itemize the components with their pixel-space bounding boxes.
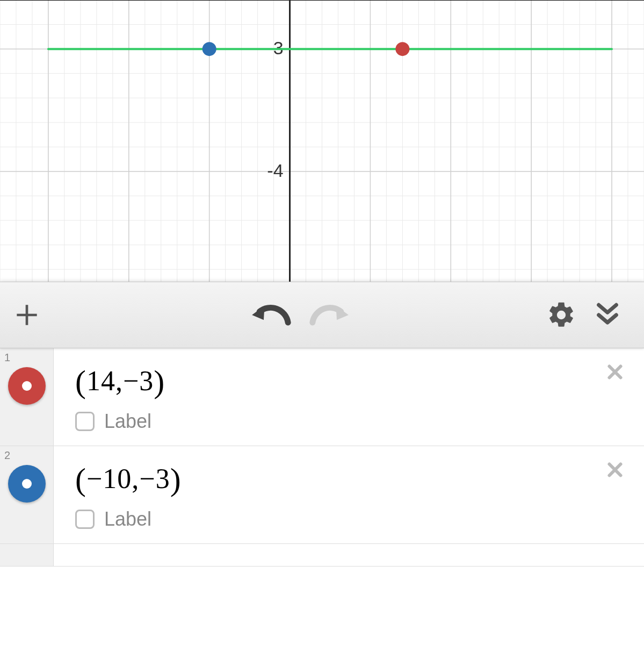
toolbar-right — [546, 300, 644, 330]
expression-body[interactable]: (14,−3) Label — [54, 348, 644, 446]
expression-row[interactable]: 2 (−10,−3) Label — [0, 446, 644, 544]
label-text: Label — [104, 410, 151, 433]
redo-button[interactable] — [308, 302, 350, 328]
graph-canvas[interactable]: -3-4 — [0, 0, 644, 282]
label-row: Label — [75, 410, 623, 433]
svg-text:-4: -4 — [267, 160, 283, 181]
plus-icon — [12, 300, 42, 330]
close-icon — [605, 361, 625, 383]
svg-point-68 — [395, 42, 409, 56]
undo-button[interactable] — [250, 302, 292, 328]
expression-index: 1 — [4, 352, 10, 364]
delete-expression-button[interactable] — [602, 457, 628, 483]
chevron-double-down-icon — [592, 300, 623, 330]
toolbar-center — [54, 302, 546, 328]
settings-button[interactable] — [546, 300, 576, 330]
expression-row[interactable]: 1 (14,−3) Label — [0, 348, 644, 446]
close-icon — [605, 459, 625, 481]
expression-formula[interactable]: (−10,−3) — [75, 461, 623, 498]
expression-tab: 2 — [0, 446, 54, 543]
expression-body[interactable]: (−10,−3) Label — [54, 446, 644, 543]
expression-body[interactable] — [54, 544, 644, 566]
expression-color-badge[interactable] — [8, 465, 46, 503]
undo-icon — [250, 302, 292, 328]
expression-color-badge[interactable] — [8, 367, 46, 405]
toolbar — [0, 282, 644, 348]
expression-tab: 1 — [0, 348, 54, 446]
redo-icon — [308, 302, 350, 328]
gear-icon — [546, 300, 576, 330]
label-checkbox[interactable] — [75, 510, 95, 529]
delete-expression-button[interactable] — [602, 359, 628, 385]
svg-point-69 — [202, 42, 216, 56]
label-row: Label — [75, 508, 623, 531]
collapse-button[interactable] — [592, 300, 623, 330]
svg-marker-70 — [252, 306, 264, 320]
svg-marker-71 — [336, 306, 348, 320]
expression-index: 2 — [4, 449, 10, 462]
add-button[interactable] — [0, 282, 54, 348]
expression-list: 1 (14,−3) Label 2 (−10,−3) — [0, 348, 644, 567]
expression-formula[interactable]: (14,−3) — [75, 363, 623, 400]
label-text: Label — [104, 508, 151, 531]
graph-svg: -3-4 — [0, 0, 644, 282]
expression-row-blank[interactable] — [0, 544, 644, 567]
label-checkbox[interactable] — [75, 412, 95, 431]
expression-tab — [0, 544, 54, 566]
